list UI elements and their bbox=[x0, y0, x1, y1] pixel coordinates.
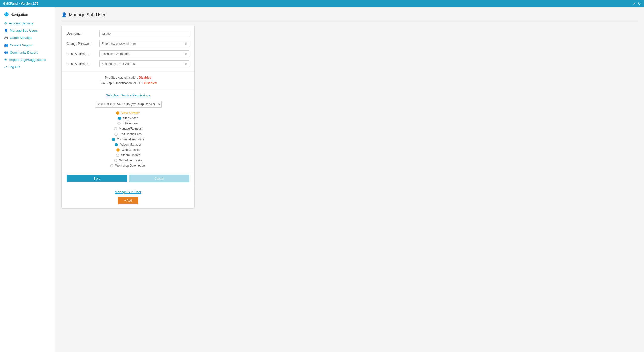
sidebar-item-log-out[interactable]: ↩ Log Out bbox=[0, 63, 55, 71]
sidebar-item-account-settings[interactable]: ⚙ Account Settings bbox=[0, 20, 55, 27]
perm-item-edit-config[interactable]: Edit Config Files bbox=[114, 132, 141, 136]
perm-item-commandline-editor[interactable]: Commandline Editor bbox=[112, 138, 144, 141]
username-row: Username: bbox=[67, 30, 189, 37]
perm-item-steam-update[interactable]: Steam Update bbox=[116, 153, 140, 157]
button-row: Save Cancel bbox=[62, 171, 194, 186]
sidebar-item-contact-support[interactable]: 👥 Contact Support bbox=[0, 41, 55, 49]
radio-web-console bbox=[116, 148, 120, 152]
manage-sub-user-title[interactable]: Manage Sub User bbox=[67, 190, 189, 194]
logout-icon: ↩ bbox=[4, 65, 7, 69]
perm-item-view-service[interactable]: View Service* bbox=[116, 111, 140, 115]
two-step-auth-status: Disabled bbox=[139, 76, 151, 79]
sidebar-item-report-bugs[interactable]: ★ Report Bugs/Suggestions bbox=[0, 56, 55, 63]
perm-label-steam-update: Steam Update bbox=[121, 153, 140, 157]
perm-label-commandline-editor: Commandline Editor bbox=[117, 138, 144, 141]
copy-password-icon[interactable]: ⧉ bbox=[183, 42, 189, 46]
perm-item-scheduled-tasks[interactable]: Scheduled Tasks bbox=[114, 159, 142, 162]
gear-icon: ⚙ bbox=[4, 21, 7, 25]
sidebar-item-game-services[interactable]: 🎮 Game Services bbox=[0, 34, 55, 41]
email2-label: Email Address 2: bbox=[67, 62, 99, 66]
two-step-ftp-row: Two Step Authentication for FTP: Disable… bbox=[67, 81, 189, 86]
star-icon: ★ bbox=[4, 58, 7, 62]
permissions-title[interactable]: Sub User Service Permissions bbox=[67, 93, 189, 97]
manage-sub-user-section: Manage Sub User + Add bbox=[62, 186, 194, 208]
perm-label-scheduled-tasks: Scheduled Tasks bbox=[119, 159, 142, 162]
support-icon: 👥 bbox=[4, 43, 8, 47]
perm-label-addon-manager: Addon Manager bbox=[120, 143, 141, 146]
perm-label-start-stop: Start / Stop bbox=[123, 116, 138, 120]
layout: 🌐 Navigation ⚙ Account Settings 👤 Manage… bbox=[0, 7, 644, 352]
perm-item-addon-manager[interactable]: Addon Manager bbox=[115, 143, 141, 146]
radio-addon-manager bbox=[115, 143, 118, 146]
two-step-auth-label: Two Step Authentication: bbox=[105, 76, 138, 79]
perm-item-web-console[interactable]: Web Console bbox=[116, 148, 140, 152]
sidebar-item-community-discord[interactable]: 👥 Community Discord bbox=[0, 49, 55, 56]
sidebar: 🌐 Navigation ⚙ Account Settings 👤 Manage… bbox=[0, 7, 55, 352]
copy-email2-icon[interactable]: ⧉ bbox=[183, 62, 189, 66]
page-title: Manage Sub User bbox=[69, 12, 105, 18]
perm-label-edit-config: Edit Config Files bbox=[119, 132, 141, 136]
password-input[interactable] bbox=[100, 40, 183, 47]
discord-icon: 👥 bbox=[4, 51, 8, 54]
external-link-icon[interactable]: ↗ bbox=[632, 2, 635, 6]
gamepad-icon: 🎮 bbox=[4, 36, 8, 40]
topbar-actions: ↗ ↻ bbox=[632, 2, 641, 6]
server-select-wrap: 208.103.169.254:27015 (my_swrp_server) bbox=[67, 101, 189, 108]
password-row: Change Password: ⧉ bbox=[67, 40, 189, 47]
perm-item-start-stop[interactable]: Start / Stop bbox=[118, 116, 138, 120]
email2-input-wrap: ⧉ bbox=[99, 60, 189, 67]
radio-edit-config bbox=[114, 133, 118, 136]
manage-sub-user-card: Username: Change Password: ⧉ Email Addre… bbox=[61, 26, 195, 209]
password-label: Change Password: bbox=[67, 42, 99, 46]
topbar: GMCPanel - Version 1.75 ↗ ↻ bbox=[0, 0, 644, 7]
add-sub-user-button[interactable]: + Add bbox=[118, 197, 138, 204]
sidebar-item-manage-sub-users[interactable]: 👤 Manage Sub Users bbox=[0, 27, 55, 34]
radio-scheduled-tasks bbox=[114, 159, 117, 162]
radio-start-stop bbox=[118, 117, 121, 120]
email1-label: Email Address 1: bbox=[67, 52, 99, 56]
radio-ftp-access bbox=[117, 122, 121, 125]
email1-row: Email Address 1: ⧉ bbox=[67, 50, 189, 57]
copy-email1-icon[interactable]: ⧉ bbox=[183, 52, 189, 56]
page-header-icon: 👤 bbox=[61, 12, 67, 18]
radio-view-service bbox=[116, 111, 119, 115]
password-input-wrap: ⧉ bbox=[99, 40, 189, 47]
form-section: Username: Change Password: ⧉ Email Addre… bbox=[62, 26, 194, 72]
perm-label-web-console: Web Console bbox=[122, 148, 140, 152]
perm-item-manage-reinstall[interactable]: Manage/Reinstall bbox=[114, 127, 142, 130]
perm-item-ftp-access[interactable]: FTP Access bbox=[117, 122, 139, 125]
radio-steam-update bbox=[116, 154, 119, 157]
page-header: 👤 Manage Sub User bbox=[61, 12, 638, 21]
two-step-ftp-label: Two Step Authentication for FTP: bbox=[99, 81, 143, 85]
email1-input-wrap: ⧉ bbox=[99, 50, 189, 57]
server-select[interactable]: 208.103.169.254:27015 (my_swrp_server) bbox=[95, 101, 162, 108]
radio-manage-reinstall bbox=[114, 127, 117, 130]
username-label: Username: bbox=[67, 32, 99, 35]
permissions-list: View Service* Start / Stop FTP Access bbox=[67, 111, 189, 167]
perm-label-workshop-downloader: Workshop Downloader bbox=[115, 164, 146, 167]
radio-commandline-editor bbox=[112, 138, 115, 141]
sidebar-nav-title: 🌐 Navigation bbox=[0, 11, 55, 20]
perm-item-workshop-downloader[interactable]: Workshop Downloader bbox=[110, 164, 146, 167]
refresh-icon[interactable]: ↻ bbox=[638, 2, 641, 6]
cancel-button[interactable]: Cancel bbox=[129, 175, 189, 182]
main-content: 👤 Manage Sub User Username: Change Passw… bbox=[55, 7, 644, 352]
username-input[interactable] bbox=[100, 30, 189, 37]
email1-input[interactable] bbox=[100, 51, 183, 57]
email2-row: Email Address 2: ⧉ bbox=[67, 60, 189, 67]
perm-label-ftp-access: FTP Access bbox=[123, 122, 139, 125]
topbar-title: GMCPanel - Version 1.75 bbox=[3, 2, 38, 5]
perm-label-manage-reinstall: Manage/Reinstall bbox=[119, 127, 142, 130]
email2-input[interactable] bbox=[100, 61, 183, 67]
perm-label-view-service: View Service* bbox=[121, 111, 140, 115]
radio-workshop-downloader bbox=[110, 164, 113, 167]
two-step-ftp-status: Disabled bbox=[144, 81, 157, 85]
auth-section: Two Step Authentication: Disabled Two St… bbox=[62, 72, 194, 90]
user-icon: 👤 bbox=[4, 29, 8, 32]
permissions-section: Sub User Service Permissions 208.103.169… bbox=[62, 90, 194, 171]
two-step-auth-row: Two Step Authentication: Disabled bbox=[67, 75, 189, 81]
username-input-wrap bbox=[99, 30, 189, 37]
save-button[interactable]: Save bbox=[67, 175, 127, 182]
globe-icon: 🌐 bbox=[4, 12, 9, 17]
